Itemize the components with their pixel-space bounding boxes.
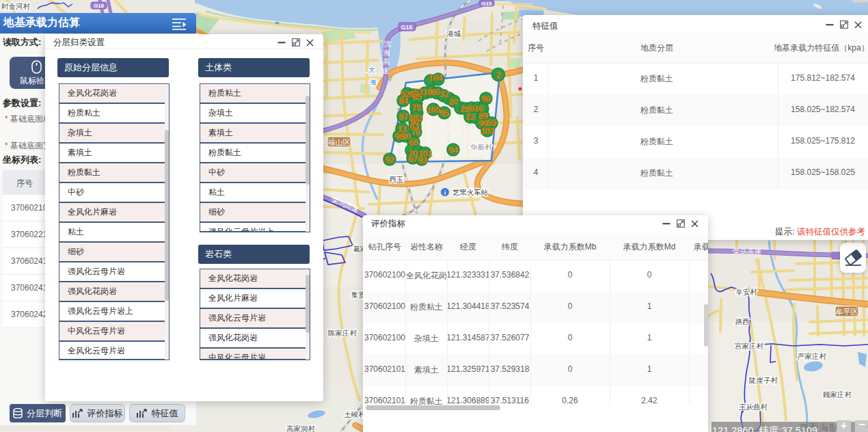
svg-text:G18: G18 (94, 3, 105, 9)
svg-text:大: 大 (368, 66, 375, 74)
svg-text:84: 84 (398, 96, 409, 106)
svg-text:G15: G15 (481, 1, 492, 7)
svg-text:i: i (444, 189, 446, 196)
svg-text:速: 速 (382, 66, 390, 75)
svg-text:G15: G15 (401, 24, 412, 31)
svg-text:96: 96 (481, 94, 491, 104)
svg-text:高家洞村: 高家洞村 (286, 424, 316, 432)
svg-text:路西: 路西 (735, 317, 750, 325)
svg-text:87: 87 (398, 111, 408, 122)
svg-text:22: 22 (465, 111, 475, 122)
svg-text:陡崖子村: 陡崖子村 (749, 376, 778, 384)
svg-text:32: 32 (439, 89, 449, 99)
svg-text:华新村: 华新村 (470, 143, 492, 151)
svg-text:20: 20 (448, 96, 458, 107)
svg-text:荣乌高速: 荣乌高速 (733, 247, 761, 256)
svg-text:西玉: 西玉 (390, 175, 404, 183)
svg-text:67: 67 (408, 154, 418, 164)
svg-text:86: 86 (431, 87, 440, 97)
svg-text:65: 65 (409, 137, 418, 148)
svg-text:76: 76 (411, 127, 420, 137)
svg-text:95: 95 (439, 108, 449, 118)
svg-text:福山区: 福山区 (328, 138, 351, 146)
svg-text:宫家庄村: 宫家庄村 (735, 342, 764, 350)
svg-text:海: 海 (383, 49, 391, 57)
svg-text:芝罘火车站: 芝罘火车站 (452, 188, 489, 196)
svg-text:牟平区: 牟平区 (836, 308, 858, 316)
svg-text:92: 92 (385, 154, 394, 165)
svg-text:高: 高 (383, 57, 390, 66)
svg-text:时金河村: 时金河村 (1, 2, 31, 10)
svg-text:103: 103 (480, 126, 494, 136)
svg-text:严家庄村: 严家庄村 (798, 352, 827, 360)
svg-text:94: 94 (448, 145, 459, 155)
svg-text:85: 85 (412, 92, 422, 102)
svg-text:75: 75 (411, 103, 421, 113)
svg-text:93: 93 (418, 155, 427, 165)
svg-text:105: 105 (426, 105, 440, 115)
svg-text:沈: 沈 (383, 40, 392, 48)
svg-text:2: 2 (496, 70, 501, 80)
svg-text:辛安村: 辛安村 (735, 288, 757, 296)
svg-text:顾家庄村: 顾家庄村 (823, 390, 852, 399)
svg-text:海: 海 (370, 79, 377, 86)
svg-text:陈家庄村: 陈家庄村 (328, 329, 357, 337)
svg-text:王从曲村: 王从曲村 (739, 403, 768, 411)
svg-text:104: 104 (429, 72, 443, 83)
svg-text:港城: 港城 (447, 29, 461, 38)
